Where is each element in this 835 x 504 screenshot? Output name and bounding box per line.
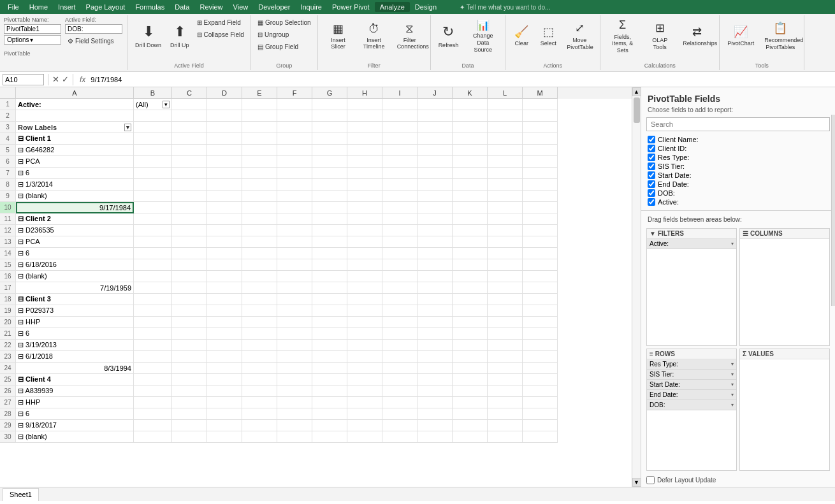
table-row[interactable]: 16 ⊟ (blank) xyxy=(0,271,641,282)
cell[interactable] xyxy=(418,385,453,397)
cell[interactable] xyxy=(347,236,382,248)
cell[interactable] xyxy=(488,133,523,145)
cell[interactable] xyxy=(312,133,347,145)
cell[interactable] xyxy=(172,305,207,317)
cell[interactable] xyxy=(453,236,488,248)
cell[interactable] xyxy=(242,236,277,248)
cell[interactable] xyxy=(347,374,382,385)
cell[interactable] xyxy=(523,122,558,133)
cell[interactable] xyxy=(347,168,382,179)
table-row[interactable]: 12 ⊟ D236535 xyxy=(0,225,641,236)
cell[interactable] xyxy=(523,385,558,397)
cell[interactable] xyxy=(172,145,207,156)
cell[interactable] xyxy=(172,385,207,397)
cell[interactable] xyxy=(453,133,488,145)
cell[interactable] xyxy=(347,328,382,340)
scrollbar-thumb[interactable] xyxy=(634,97,640,123)
cell[interactable] xyxy=(242,145,277,156)
cell[interactable] xyxy=(134,122,172,133)
cell[interactable] xyxy=(242,317,277,328)
cell[interactable] xyxy=(207,236,242,248)
cell[interactable] xyxy=(134,236,172,248)
cell[interactable] xyxy=(312,110,347,122)
cell[interactable] xyxy=(382,351,418,363)
col-header-c[interactable]: C xyxy=(172,87,207,99)
cell[interactable] xyxy=(277,99,312,110)
cell[interactable]: ⊟ HHP xyxy=(16,317,134,328)
col-header-m[interactable]: M xyxy=(523,87,558,99)
cell[interactable] xyxy=(418,145,453,156)
cell[interactable] xyxy=(172,168,207,179)
cell[interactable] xyxy=(418,374,453,385)
cell[interactable] xyxy=(382,374,418,385)
cell[interactable] xyxy=(242,225,277,236)
cell[interactable] xyxy=(277,168,312,179)
pivot-field-item[interactable]: Client Name: xyxy=(646,135,830,144)
table-row[interactable]: 14 ⊟ 6 xyxy=(0,248,641,259)
cell[interactable] xyxy=(488,236,523,248)
cell[interactable]: ⊟ Client 3 xyxy=(16,294,134,305)
table-row[interactable]: 8 ⊟ 1/3/2014 xyxy=(0,179,641,191)
cell[interactable]: ⊟ P029373 xyxy=(16,305,134,317)
cell[interactable] xyxy=(488,431,523,443)
cell[interactable] xyxy=(382,236,418,248)
cell[interactable] xyxy=(134,294,172,305)
defer-update-checkbox[interactable] xyxy=(646,476,655,484)
cell[interactable] xyxy=(312,282,347,294)
cell[interactable] xyxy=(207,420,242,431)
col-header-f[interactable]: F xyxy=(277,87,312,99)
cell[interactable] xyxy=(382,420,418,431)
cell[interactable] xyxy=(312,431,347,443)
pivot-area-rows[interactable]: ≡ ROWS Res Type: ▾ SIS Tier: ▾ Start Dat… xyxy=(646,349,737,472)
col-header-g[interactable]: G xyxy=(312,87,347,99)
cell[interactable] xyxy=(488,259,523,271)
cell[interactable] xyxy=(134,271,172,282)
insert-timeline-button[interactable]: ⏱ Insert Timeline xyxy=(358,17,391,56)
pivottable-name-input[interactable]: PivotTable1 xyxy=(4,24,61,34)
cell[interactable] xyxy=(382,397,418,408)
cell[interactable] xyxy=(134,374,172,385)
cell[interactable] xyxy=(382,133,418,145)
table-row[interactable]: 19 ⊟ P029373 xyxy=(0,305,641,317)
cell[interactable] xyxy=(172,156,207,168)
cell[interactable] xyxy=(312,328,347,340)
cell[interactable] xyxy=(453,351,488,363)
panel-scrollbar[interactable] xyxy=(831,115,835,306)
cell[interactable] xyxy=(523,351,558,363)
col-header-b[interactable]: B xyxy=(134,87,172,99)
cell[interactable] xyxy=(277,236,312,248)
cell[interactable] xyxy=(207,122,242,133)
cell[interactable] xyxy=(418,420,453,431)
filter-connections-button[interactable]: ⧖ Filter Connections xyxy=(393,17,426,56)
col-header-a[interactable]: A xyxy=(16,87,134,99)
cell[interactable] xyxy=(418,328,453,340)
cell[interactable] xyxy=(347,271,382,282)
cell[interactable] xyxy=(242,156,277,168)
cell[interactable] xyxy=(207,305,242,317)
col-header-h[interactable]: H xyxy=(347,87,382,99)
cell[interactable] xyxy=(312,225,347,236)
cell[interactable] xyxy=(242,294,277,305)
cell[interactable] xyxy=(453,282,488,294)
cell[interactable] xyxy=(312,340,347,351)
cell[interactable] xyxy=(172,133,207,145)
cell[interactable] xyxy=(488,110,523,122)
cell[interactable] xyxy=(134,317,172,328)
cell[interactable]: ⊟ D236535 xyxy=(16,225,134,236)
pivot-field-checkbox[interactable] xyxy=(648,145,655,152)
cell[interactable] xyxy=(134,133,172,145)
cell[interactable] xyxy=(453,110,488,122)
cell[interactable] xyxy=(347,145,382,156)
cell[interactable] xyxy=(242,110,277,122)
cell[interactable] xyxy=(172,363,207,374)
pivot-area-filters[interactable]: ▼ FILTERS Active: ▾ xyxy=(646,228,737,346)
cell[interactable] xyxy=(312,294,347,305)
table-row[interactable]: 2 xyxy=(0,110,641,122)
table-row[interactable]: 30 ⊟ (blank) xyxy=(0,431,641,443)
cell[interactable] xyxy=(242,340,277,351)
drill-down-button[interactable]: ⬇ Drill Down xyxy=(131,17,165,56)
cell[interactable] xyxy=(312,202,347,213)
cell[interactable] xyxy=(523,99,558,110)
pivot-area-columns[interactable]: ☰ COLUMNS xyxy=(739,228,830,346)
cell[interactable] xyxy=(242,213,277,225)
